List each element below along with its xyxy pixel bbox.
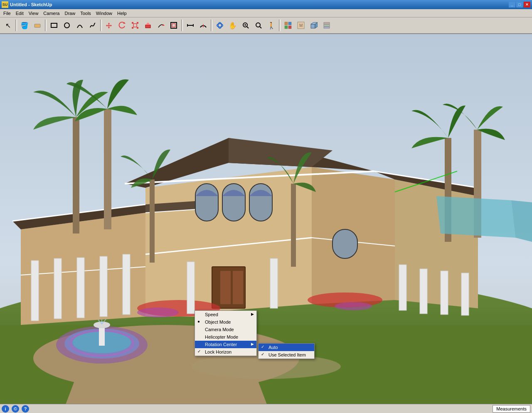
components-btn[interactable] xyxy=(308,19,320,32)
maximize-button[interactable]: □ xyxy=(516,2,523,7)
zoom-tool[interactable] xyxy=(239,19,252,32)
svg-rect-13 xyxy=(171,22,177,28)
svg-rect-29 xyxy=(285,26,288,29)
toolbar-sep-1 xyxy=(15,20,17,31)
ctx-camera-mode[interactable]: Camera Mode xyxy=(195,326,256,333)
svg-rect-88 xyxy=(399,265,406,310)
menu-view[interactable]: View xyxy=(26,10,41,17)
orbit-tool[interactable] xyxy=(214,19,226,32)
ctx-rotation-center[interactable]: Rotation Center xyxy=(195,341,256,348)
scale-tool[interactable] xyxy=(129,19,141,32)
freehand-tool[interactable] xyxy=(86,19,99,32)
window-controls[interactable]: _ □ ✕ xyxy=(509,2,530,7)
layers-btn[interactable] xyxy=(320,19,333,32)
follow-me-tool[interactable] xyxy=(155,19,167,32)
title-bar: SU Untitled - SketchUp _ □ ✕ xyxy=(0,0,532,9)
zoom-extents-tool[interactable] xyxy=(252,19,265,32)
submenu-auto[interactable]: Auto xyxy=(259,344,314,351)
tape-measure-tool[interactable] xyxy=(184,19,197,32)
offset-tool[interactable] xyxy=(167,19,180,32)
rotate-tool[interactable] xyxy=(116,19,128,32)
svg-rect-37 xyxy=(324,25,330,26)
rectangle-tool[interactable] xyxy=(48,19,60,32)
svg-rect-9 xyxy=(137,27,138,29)
menu-draw[interactable]: Draw xyxy=(62,10,78,17)
close-button[interactable]: ✕ xyxy=(524,2,530,7)
svg-marker-98 xyxy=(436,196,515,238)
measurements-box: Measurements xyxy=(493,405,530,413)
svg-point-80 xyxy=(335,302,372,310)
statusbar-left: i © ? xyxy=(2,405,29,413)
copy-icon[interactable]: © xyxy=(12,405,19,413)
ctx-speed[interactable]: Speed xyxy=(195,311,256,318)
push-pull-tool[interactable] xyxy=(142,19,154,32)
svg-rect-85 xyxy=(123,254,130,315)
toolbar-sep-5 xyxy=(211,20,212,31)
walk-tool[interactable]: 🚶 xyxy=(265,19,278,32)
select-tool[interactable]: ↖ xyxy=(2,19,14,32)
eraser-tool[interactable] xyxy=(31,19,44,32)
submenu-use-selected[interactable]: Use Selected Item xyxy=(259,351,314,359)
menu-edit[interactable]: Edit xyxy=(13,10,26,17)
circle-tool[interactable] xyxy=(61,19,73,32)
menu-camera[interactable]: Camera xyxy=(41,10,62,17)
svg-text:M: M xyxy=(299,23,303,28)
measurements-label: Measurements xyxy=(496,406,527,411)
svg-rect-72 xyxy=(249,184,272,221)
materials-btn[interactable]: M xyxy=(295,19,307,32)
rotation-center-submenu: Auto Use Selected Item xyxy=(258,343,315,359)
svg-rect-93 xyxy=(104,109,111,229)
styles-btn[interactable] xyxy=(282,19,294,32)
svg-rect-96 xyxy=(150,179,155,263)
svg-rect-10 xyxy=(145,25,150,28)
pan-tool[interactable]: ✋ xyxy=(227,19,239,32)
move-tool[interactable] xyxy=(103,19,116,32)
svg-rect-90 xyxy=(441,271,448,315)
svg-marker-11 xyxy=(145,22,150,25)
svg-rect-87 xyxy=(270,258,278,308)
svg-rect-75 xyxy=(233,271,243,304)
svg-rect-5 xyxy=(133,24,137,27)
svg-rect-36 xyxy=(324,22,330,24)
svg-rect-83 xyxy=(77,258,84,318)
viewport[interactable]: Speed Object Mode Camera Mode Helicopter… xyxy=(0,34,532,413)
svg-rect-30 xyxy=(288,26,291,29)
menu-tools[interactable]: Tools xyxy=(78,10,94,17)
menu-bar: File Edit View Camera Draw Tools Window … xyxy=(0,9,532,17)
toolbar-sep-3 xyxy=(100,20,102,31)
svg-rect-84 xyxy=(100,256,107,317)
svg-rect-76 xyxy=(332,229,357,258)
toolbar-sep-2 xyxy=(45,20,47,31)
context-menu: Speed Object Mode Camera Mode Helicopter… xyxy=(195,310,257,356)
info-icon[interactable]: i xyxy=(2,405,9,413)
ctx-lock-horizon[interactable]: Lock Horizon xyxy=(195,348,256,356)
svg-marker-3 xyxy=(106,22,112,28)
svg-point-25 xyxy=(256,23,260,27)
svg-line-22 xyxy=(247,27,249,28)
ctx-object-mode[interactable]: Object Mode xyxy=(195,318,256,326)
title-bar-left: SU Untitled - SketchUp xyxy=(2,1,52,8)
help-icon[interactable]: ? xyxy=(22,405,29,413)
toolbar-sep-6 xyxy=(279,20,281,31)
menu-help[interactable]: Help xyxy=(115,10,129,17)
arc-tool[interactable] xyxy=(74,19,86,32)
svg-rect-0 xyxy=(34,24,40,27)
svg-rect-71 xyxy=(222,184,245,221)
svg-rect-82 xyxy=(54,258,62,319)
paint-bucket-tool[interactable]: 🪣 xyxy=(18,19,31,32)
svg-rect-81 xyxy=(31,261,39,321)
svg-rect-1 xyxy=(51,23,57,27)
svg-rect-14 xyxy=(172,24,175,27)
svg-rect-74 xyxy=(220,271,231,304)
protractor-tool[interactable] xyxy=(197,19,209,32)
svg-rect-91 xyxy=(461,273,469,315)
ctx-helicopter-mode[interactable]: Helicopter Mode xyxy=(195,333,256,341)
minimize-button[interactable]: _ xyxy=(509,2,515,7)
menu-file[interactable]: File xyxy=(1,10,13,17)
svg-rect-89 xyxy=(420,269,427,314)
status-bar: i © ? Measurements xyxy=(0,404,532,413)
svg-rect-27 xyxy=(285,22,288,25)
svg-point-79 xyxy=(137,307,179,317)
toolbar: ↖ 🪣 ✋ xyxy=(0,17,532,34)
menu-window[interactable]: Window xyxy=(94,10,115,17)
